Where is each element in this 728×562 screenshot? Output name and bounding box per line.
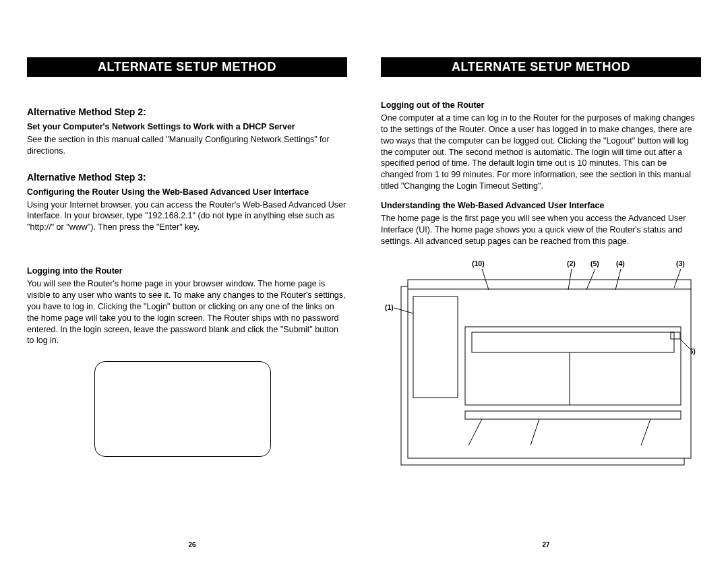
login-body: You will see the Router's home page in y… <box>27 278 347 346</box>
login-screenshot-placeholder <box>94 361 271 457</box>
step2-subheading: Set your Computer's Network Settings to … <box>27 121 347 133</box>
svg-rect-1 <box>408 280 691 458</box>
logout-heading: Logging out of the Router <box>381 100 701 111</box>
understand-body: The home page is the first page you will… <box>381 213 701 247</box>
step3-body: Using your Internet browser, you can acc… <box>27 199 347 234</box>
section-banner-right: Alternate Setup Method <box>381 57 701 77</box>
step2-body: See the section in this manual called "M… <box>27 134 347 157</box>
page-spread: Alternate Setup Method Alternative Metho… <box>0 0 728 562</box>
step3-subheading: Configuring the Router Using the Web-Bas… <box>27 187 347 198</box>
understand-heading: Understanding the Web-Based Advanced Use… <box>381 200 701 212</box>
step2-heading: Alternative Method Step 2: <box>27 106 347 117</box>
page-number-right: 27 <box>381 541 711 549</box>
logout-body: One computer at a time can log in to the… <box>381 113 701 192</box>
page-26: Alternate Setup Method Alternative Metho… <box>20 20 364 549</box>
page-27: Alternate Setup Method Logging out of th… <box>364 20 708 549</box>
section-banner-left: Alternate Setup Method <box>27 57 347 77</box>
ui-diagram: (10) (2) (5) (4) (3) (1) (6) (7) (8) (9) <box>381 259 701 482</box>
step3-heading: Alternative Method Step 3: <box>27 172 347 183</box>
page-number-left: 26 <box>27 541 357 549</box>
ui-diagram-svg <box>381 259 701 475</box>
login-heading: Logging into the Router <box>27 266 347 277</box>
